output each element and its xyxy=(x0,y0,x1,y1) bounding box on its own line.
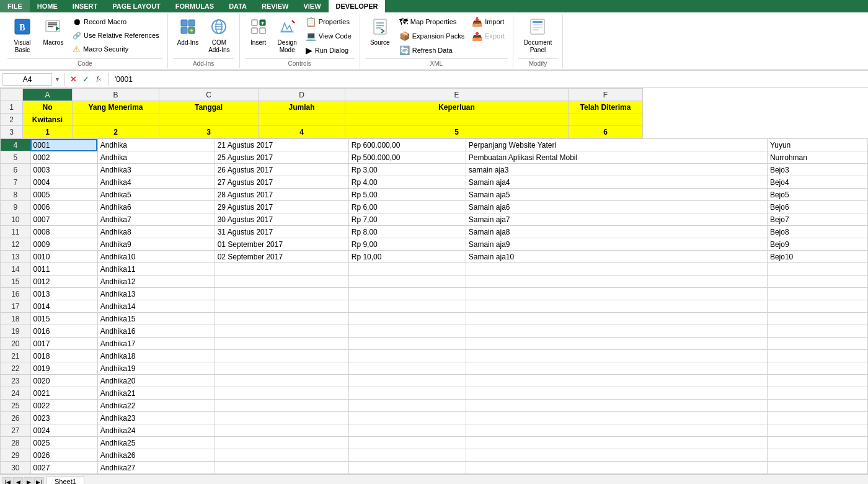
row-header-24[interactable]: 24 xyxy=(1,387,31,400)
cell-d19[interactable] xyxy=(348,325,466,338)
document-panel-button[interactable]: DocumentPanel xyxy=(520,15,557,57)
cell-c11[interactable]: 31 Agustus 2017 xyxy=(215,226,348,238)
cell-b23[interactable]: Andhika20 xyxy=(97,375,215,387)
col-header-d[interactable]: D xyxy=(259,89,345,101)
cell-e6[interactable]: samain aja3 xyxy=(466,164,767,176)
cell-d17[interactable] xyxy=(348,300,466,313)
cell-c26[interactable] xyxy=(215,412,348,424)
cell-f8[interactable]: Bejo5 xyxy=(767,189,867,201)
row-header-14[interactable]: 14 xyxy=(1,263,31,276)
cell-e11[interactable]: Samain aja8 xyxy=(466,226,767,238)
row-header-13[interactable]: 13 xyxy=(1,251,31,263)
macros-button[interactable]: Macros xyxy=(38,15,68,50)
cell-reference-input[interactable] xyxy=(2,73,52,86)
row-header-20[interactable]: 20 xyxy=(1,338,31,350)
cell-f26[interactable] xyxy=(767,412,867,424)
cell-b9[interactable]: Andhika6 xyxy=(97,201,215,213)
cell-c24[interactable] xyxy=(215,387,348,400)
cell-b5[interactable]: Andhika xyxy=(97,151,215,164)
cell-b10[interactable]: Andhika7 xyxy=(97,213,215,226)
cell-e21[interactable] xyxy=(466,350,767,362)
cell-e16[interactable] xyxy=(466,288,767,300)
cell-d27[interactable] xyxy=(348,424,466,437)
cell-d4[interactable]: Rp 600.000,00 xyxy=(348,139,466,151)
cell-b4[interactable]: Andhika xyxy=(97,139,215,151)
cell-a5[interactable]: 0002 xyxy=(30,151,97,164)
cell-c22[interactable] xyxy=(215,362,348,375)
tab-formulas[interactable]: FORMULAS xyxy=(168,0,221,12)
cell-a27[interactable]: 0024 xyxy=(30,424,97,437)
cell-d23[interactable] xyxy=(348,375,466,387)
expansion-packs-button[interactable]: 📦 Expansion Packs xyxy=(396,29,467,43)
cell-b27[interactable]: Andhika24 xyxy=(97,424,215,437)
row-header-4[interactable]: 4 xyxy=(1,139,31,151)
cell-c8[interactable]: 28 Agustus 2017 xyxy=(215,189,348,201)
cell-a23[interactable]: 0020 xyxy=(30,375,97,387)
properties-button[interactable]: 📋 Properties xyxy=(303,15,355,29)
col-header-c[interactable]: C xyxy=(159,89,259,101)
cell-d9[interactable]: Rp 6,00 xyxy=(348,201,466,213)
cell-b29[interactable]: Andhika26 xyxy=(97,449,215,462)
cell-d1[interactable]: Jumlah xyxy=(259,101,345,114)
cell-d28[interactable] xyxy=(348,437,466,449)
add-ins-button[interactable]: + Add-Ins xyxy=(173,15,203,50)
cell-b15[interactable]: Andhika12 xyxy=(97,276,215,288)
cell-f20[interactable] xyxy=(767,338,867,350)
row-header-5[interactable]: 5 xyxy=(1,151,31,164)
cell-f19[interactable] xyxy=(767,325,867,338)
tab-insert[interactable]: INSERT xyxy=(65,0,105,12)
cell-e13[interactable]: Samain aja10 xyxy=(466,251,767,263)
cell-d11[interactable]: Rp 8,00 xyxy=(348,226,466,238)
cell-c16[interactable] xyxy=(215,288,348,300)
cell-c21[interactable] xyxy=(215,350,348,362)
cell-e19[interactable] xyxy=(466,325,767,338)
com-add-ins-button[interactable]: COMAdd-Ins xyxy=(204,15,234,57)
col-header-e[interactable]: E xyxy=(345,89,569,101)
col-header-f[interactable]: F xyxy=(569,89,643,101)
cell-b21[interactable]: Andhika18 xyxy=(97,350,215,362)
tab-developer[interactable]: DEVELOPER xyxy=(329,0,386,12)
row-header-23[interactable]: 23 xyxy=(1,375,31,387)
cell-e26[interactable] xyxy=(466,412,767,424)
cell-f2[interactable] xyxy=(569,114,643,126)
cell-e30[interactable] xyxy=(466,462,767,474)
cell-a25[interactable]: 0022 xyxy=(30,400,97,412)
row-header-21[interactable]: 21 xyxy=(1,350,31,362)
cell-a8[interactable]: 0005 xyxy=(30,189,97,201)
cell-b3[interactable]: 2 xyxy=(73,126,159,138)
cell-b28[interactable]: Andhika25 xyxy=(97,437,215,449)
confirm-formula-icon[interactable]: ✓ xyxy=(81,74,92,85)
cell-a2[interactable]: Kwitansi xyxy=(23,114,73,126)
row-header-11[interactable]: 11 xyxy=(1,226,31,238)
cell-d18[interactable] xyxy=(348,313,466,325)
cell-e12[interactable]: Samain aja9 xyxy=(466,238,767,251)
row-header-26[interactable]: 26 xyxy=(1,412,31,424)
cell-f10[interactable]: Bejo7 xyxy=(767,213,867,226)
cell-f12[interactable]: Bejo9 xyxy=(767,238,867,251)
cell-b26[interactable]: Andhika23 xyxy=(97,412,215,424)
cell-e17[interactable] xyxy=(466,300,767,313)
cell-d14[interactable] xyxy=(348,263,466,276)
cell-e29[interactable] xyxy=(466,449,767,462)
row-header-2[interactable]: 2 xyxy=(1,114,23,126)
import-button[interactable]: 📥 Import xyxy=(469,15,508,29)
cell-d6[interactable]: Rp 3,00 xyxy=(348,164,466,176)
cell-a22[interactable]: 0019 xyxy=(30,362,97,375)
cell-c12[interactable]: 01 September 2017 xyxy=(215,238,348,251)
cell-d13[interactable]: Rp 10,00 xyxy=(348,251,466,263)
cell-e18[interactable] xyxy=(466,313,767,325)
cell-c1[interactable]: Tanggal xyxy=(159,101,259,114)
cell-e3[interactable]: 5 xyxy=(345,126,569,138)
cell-b20[interactable]: Andhika17 xyxy=(97,338,215,350)
cell-b7[interactable]: Andhika4 xyxy=(97,176,215,189)
run-dialog-button[interactable]: ▶ Run Dialog xyxy=(303,43,355,57)
cell-b16[interactable]: Andhika13 xyxy=(97,288,215,300)
cell-f4[interactable]: Yuyun xyxy=(767,139,867,151)
cell-f11[interactable]: Bejo8 xyxy=(767,226,867,238)
cell-b1[interactable]: Yang Menerima xyxy=(73,101,159,114)
cell-c29[interactable] xyxy=(215,449,348,462)
cell-a20[interactable]: 0017 xyxy=(30,338,97,350)
use-relative-button[interactable]: 🔗 Use Relative References xyxy=(69,29,162,42)
row-header-27[interactable]: 27 xyxy=(1,424,31,437)
cell-d2[interactable] xyxy=(259,114,345,126)
